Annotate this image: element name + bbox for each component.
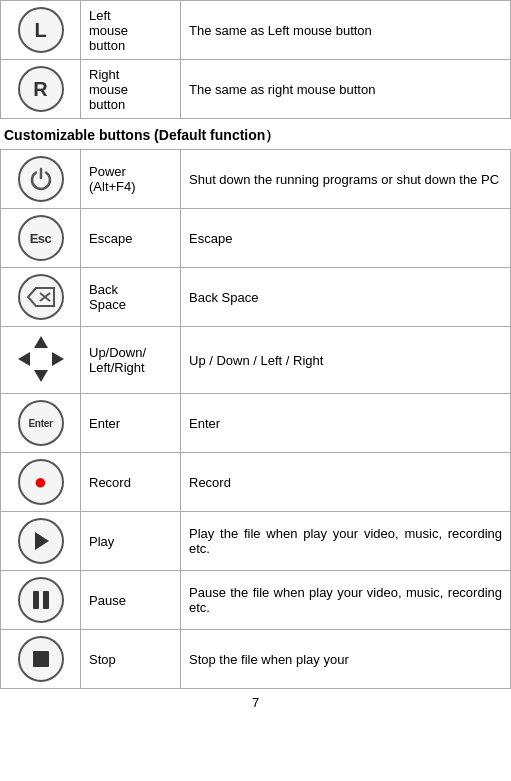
record-icon: ● xyxy=(18,459,64,505)
table-row-power: Power (Alt+F4) Shut down the running pro… xyxy=(1,150,511,209)
desc-cell-play: Play the file when play your video, musi… xyxy=(181,512,511,571)
table-row: L Left mouse button The same as Left mou… xyxy=(1,1,511,60)
name-cell-enter: Enter xyxy=(81,394,181,453)
table-row-play: Play Play the file when play your video,… xyxy=(1,512,511,571)
icon-cell-escape: Esc xyxy=(1,209,81,268)
desc-cell-record: Record xyxy=(181,453,511,512)
icon-cell-backspace xyxy=(1,268,81,327)
right-button-icon: R xyxy=(18,66,64,112)
page-number: 7 xyxy=(0,689,511,716)
name-cell-play: Play xyxy=(81,512,181,571)
name-cell-right: Right mouse button xyxy=(81,60,181,119)
svg-marker-4 xyxy=(34,370,48,382)
table-row-enter: Enter Enter Enter xyxy=(1,394,511,453)
name-cell-record: Record xyxy=(81,453,181,512)
desc-cell-backspace: Back Space xyxy=(181,268,511,327)
icon-cell-right: R xyxy=(1,60,81,119)
play-icon xyxy=(18,518,64,564)
name-cell-escape: Escape xyxy=(81,209,181,268)
table-row-record: ● Record Record xyxy=(1,453,511,512)
desc-cell-pause: Pause the file when play your video, mus… xyxy=(181,571,511,630)
icon-cell-left: L xyxy=(1,1,81,60)
escape-icon: Esc xyxy=(18,215,64,261)
pause-icon xyxy=(18,577,64,623)
section-header: Customizable buttons (Default function） xyxy=(0,119,511,149)
svg-marker-3 xyxy=(34,336,48,348)
arrows-icon xyxy=(13,331,69,387)
stop-icon xyxy=(18,636,64,682)
name-cell-power: Power (Alt+F4) xyxy=(81,150,181,209)
table-row-pause: Pause Pause the file when play your vide… xyxy=(1,571,511,630)
icon-cell-stop xyxy=(1,630,81,689)
desc-cell-stop: Stop the file when play your xyxy=(181,630,511,689)
svg-marker-6 xyxy=(52,352,64,366)
desc-cell-escape: Escape xyxy=(181,209,511,268)
desc-cell-left: The same as Left mouse button xyxy=(181,1,511,60)
enter-icon: Enter xyxy=(18,400,64,446)
left-button-icon: L xyxy=(18,7,64,53)
icon-cell-play xyxy=(1,512,81,571)
backspace-icon xyxy=(18,274,64,320)
svg-marker-5 xyxy=(18,352,30,366)
icon-cell-power xyxy=(1,150,81,209)
name-cell-pause: Pause xyxy=(81,571,181,630)
desc-cell-right: The same as right mouse button xyxy=(181,60,511,119)
icon-cell-record: ● xyxy=(1,453,81,512)
power-icon xyxy=(18,156,64,202)
name-cell-backspace: Back Space xyxy=(81,268,181,327)
svg-rect-10 xyxy=(33,651,49,667)
desc-cell-power: Shut down the running programs or shut d… xyxy=(181,150,511,209)
desc-cell-enter: Enter xyxy=(181,394,511,453)
svg-marker-0 xyxy=(28,288,54,306)
table-row-arrows: Up/Down/ Left/Right Up / Down / Left / R… xyxy=(1,327,511,394)
icon-cell-arrows xyxy=(1,327,81,394)
desc-cell-arrows: Up / Down / Left / Right xyxy=(181,327,511,394)
table-row-backspace: Back Space Back Space xyxy=(1,268,511,327)
name-cell-stop: Stop xyxy=(81,630,181,689)
svg-marker-7 xyxy=(35,532,49,550)
svg-rect-8 xyxy=(33,591,39,609)
table-row: R Right mouse button The same as right m… xyxy=(1,60,511,119)
icon-cell-pause xyxy=(1,571,81,630)
table-row-stop: Stop Stop the file when play your xyxy=(1,630,511,689)
name-cell-left: Left mouse button xyxy=(81,1,181,60)
name-cell-arrows: Up/Down/ Left/Right xyxy=(81,327,181,394)
icon-cell-enter: Enter xyxy=(1,394,81,453)
svg-rect-9 xyxy=(43,591,49,609)
table-row-escape: Esc Escape Escape xyxy=(1,209,511,268)
